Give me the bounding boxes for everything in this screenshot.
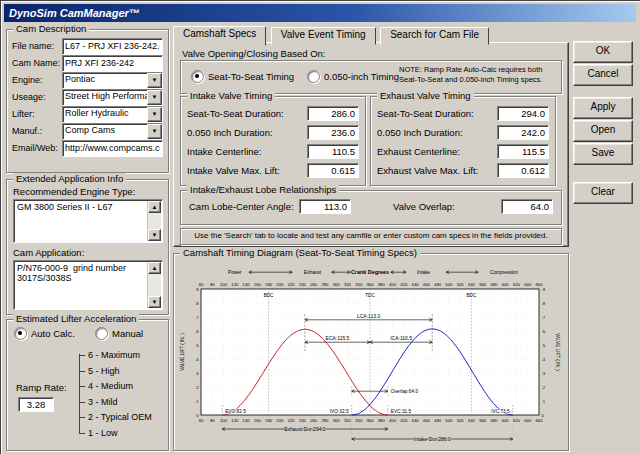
intake-centerline-value[interactable]: 110.5 <box>307 144 359 159</box>
exhaust-timing-title: Exhaust Valve Timing <box>377 90 474 101</box>
lobe-relationships-group: Intake/Exhaust Lobe Relationships Cam Lo… <box>180 190 562 225</box>
tab-camshaft-specs[interactable]: Camshaft Specs <box>173 26 266 46</box>
chevron-down-icon[interactable]: ▼ <box>147 124 162 139</box>
file-name-input[interactable] <box>62 38 163 55</box>
auto-calc-radio[interactable] <box>14 327 27 340</box>
svg-text:440: 440 <box>412 282 420 287</box>
email-web-input[interactable] <box>62 140 163 157</box>
svg-text:480: 480 <box>434 418 442 423</box>
cam-name-input[interactable] <box>62 55 163 72</box>
svg-text:560: 560 <box>479 282 487 287</box>
svg-text:320: 320 <box>344 418 352 423</box>
exhaust-max-lift-value[interactable]: 0.612 <box>497 163 549 178</box>
intake-centerline-label: Intake Centerline: <box>187 146 261 157</box>
svg-text:VALVE LIFT ( IN. ): VALVE LIFT ( IN. ) <box>180 333 185 371</box>
apply-button[interactable]: Apply <box>573 97 633 119</box>
camshaft-specs-panel: Valve Opening/Closing Based On: Seat-To-… <box>173 42 569 247</box>
intake-s2s-duration-label: Seat-To-Seat Duration: <box>187 108 284 119</box>
svg-text:Crank Degrees: Crank Degrees <box>351 269 389 275</box>
intake-max-lift-value[interactable]: 0.615 <box>307 163 359 178</box>
lobe-center-label: Cam Lobe-Center Angle: <box>189 201 294 212</box>
inch-timing-radio[interactable] <box>307 70 320 83</box>
manufacturer-select[interactable]: Comp Cams ▼ <box>62 123 163 140</box>
tab-search-for-cam-file[interactable]: Search for Cam File <box>380 27 489 45</box>
svg-text:260: 260 <box>310 418 318 423</box>
extended-info-title: Extended Application Info <box>13 173 126 184</box>
valve-overlap-value[interactable]: 64.0 <box>501 199 553 214</box>
svg-text:.1: .1 <box>542 399 546 404</box>
usage-select[interactable]: Street High Performance ▼ <box>62 89 163 106</box>
svg-text:260: 260 <box>310 282 318 287</box>
svg-text:580: 580 <box>490 418 498 423</box>
chevron-down-icon[interactable]: ▼ <box>147 107 162 122</box>
svg-text:.2: .2 <box>195 385 199 390</box>
chevron-down-icon[interactable]: ▼ <box>147 90 162 105</box>
svg-text:220: 220 <box>288 418 296 423</box>
manufacturer-value: Comp Cams <box>65 125 115 135</box>
ok-button[interactable]: OK <box>573 41 633 63</box>
svg-text:Power: Power <box>228 270 242 275</box>
lifter-label: Lifter: <box>12 109 62 119</box>
intake-050-duration-label: 0.050 Inch Duration: <box>187 127 273 138</box>
scroll-down-icon[interactable]: ▼ <box>148 296 161 308</box>
cam-application-textarea[interactable]: P/N76-000-9 grind number 3017S/3038S <box>15 262 151 310</box>
title-bar[interactable]: DynoSim CamManager™ <box>4 4 636 22</box>
svg-text:.6: .6 <box>195 329 199 334</box>
cancel-button[interactable]: Cancel <box>573 64 633 86</box>
svg-text:Exhaust Dur:294.0: Exhaust Dur:294.0 <box>284 426 326 432</box>
engine-type-field: GM 3800 Series II - L67 ▲ ▼ <box>13 199 163 243</box>
svg-text:580: 580 <box>490 282 498 287</box>
svg-text:IVC:73.5: IVC:73.5 <box>491 409 510 414</box>
exhaust-centerline-value[interactable]: 115.5 <box>497 144 549 159</box>
svg-text:660: 660 <box>536 418 544 423</box>
lobe-relationships-title: Intake/Exhaust Lobe Relationships <box>187 184 339 195</box>
scroll-up-icon[interactable]: ▲ <box>148 201 161 213</box>
engine-type-textarea[interactable]: GM 3800 Series II - L67 <box>15 201 151 243</box>
clear-button[interactable]: Clear <box>573 182 633 204</box>
svg-text:.9: .9 <box>542 287 546 292</box>
svg-text:Overlap:64.0: Overlap:64.0 <box>391 389 419 394</box>
svg-text:320: 320 <box>344 282 352 287</box>
intake-timing-title: Intake Valve Timing <box>187 90 275 101</box>
note-text: NOTE: Ramp Rate Auto-Calc requires both … <box>399 65 557 85</box>
svg-text:140: 140 <box>243 282 251 287</box>
intake-s2s-duration-value[interactable]: 286.0 <box>307 106 359 121</box>
usage-label: Useage: <box>12 92 62 102</box>
svg-text:540: 540 <box>468 282 476 287</box>
valve-overlap-label: Valve Overlap: <box>393 201 455 212</box>
ramp-rate-value[interactable]: 3.28 <box>18 397 54 412</box>
svg-text:620: 620 <box>513 418 521 423</box>
svg-text:ICA:110.5: ICA:110.5 <box>390 335 412 341</box>
svg-text:80: 80 <box>210 418 215 423</box>
lifter-select[interactable]: Roller Hydraulic ▼ <box>62 106 163 123</box>
engine-select[interactable]: Pontiac ▼ <box>62 72 163 89</box>
svg-text:500: 500 <box>445 418 453 423</box>
svg-text:280: 280 <box>321 282 329 287</box>
svg-text:60: 60 <box>199 418 204 423</box>
svg-text:Intake Dur:286.0: Intake Dur:286.0 <box>414 436 451 442</box>
chevron-down-icon[interactable]: ▼ <box>147 73 162 88</box>
scroll-up-icon[interactable]: ▲ <box>148 262 161 274</box>
svg-text:120: 120 <box>231 282 239 287</box>
scroll-down-icon[interactable]: ▼ <box>148 229 161 241</box>
cam-application-label: Cam Application: <box>13 247 84 258</box>
intake-050-duration-value[interactable]: 236.0 <box>307 125 359 140</box>
exhaust-s2s-duration-value[interactable]: 294.0 <box>497 106 549 121</box>
scrollbar-track[interactable]: ▲ ▼ <box>147 262 161 308</box>
seat-timing-radio[interactable] <box>191 70 204 83</box>
scale-item: 2 - Typical OEM <box>71 410 165 426</box>
lobe-center-value[interactable]: 113.0 <box>299 199 351 214</box>
svg-text:280: 280 <box>321 418 329 423</box>
save-button[interactable]: Save <box>573 143 633 165</box>
svg-text:.3: .3 <box>195 371 199 376</box>
exhaust-050-duration-value[interactable]: 242.0 <box>497 125 549 140</box>
svg-text:520: 520 <box>457 282 465 287</box>
tab-strip: Camshaft Specs Valve Event Timing Search… <box>173 25 489 43</box>
tab-valve-event-timing[interactable]: Valve Event Timing <box>271 27 376 45</box>
scrollbar-track[interactable]: ▲ ▼ <box>147 201 161 241</box>
open-button[interactable]: Open <box>573 120 633 142</box>
svg-text:140: 140 <box>243 418 251 423</box>
manual-radio[interactable] <box>95 327 108 340</box>
svg-text:100: 100 <box>220 282 228 287</box>
svg-text:620: 620 <box>513 282 521 287</box>
